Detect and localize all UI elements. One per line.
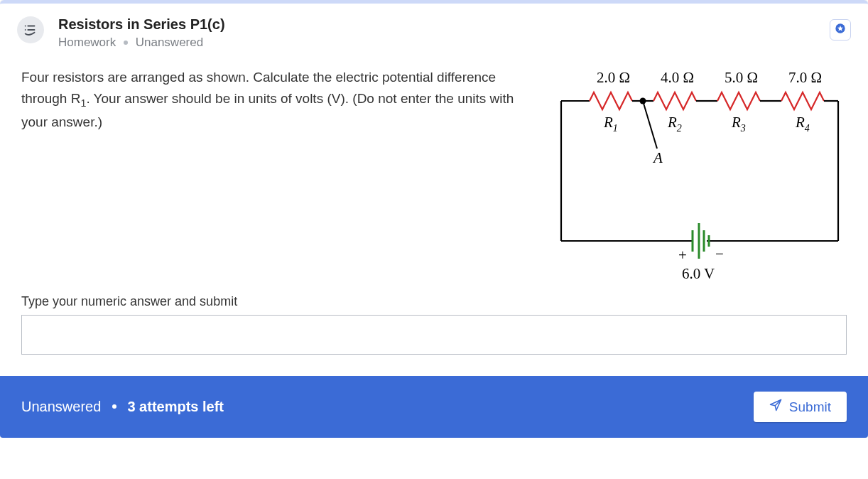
submit-button[interactable]: Submit: [754, 392, 847, 422]
footer-separator-icon: [112, 404, 116, 409]
question-card: Resistors in Series P1(c) Homework Unans…: [0, 0, 868, 438]
paper-plane-icon: [769, 399, 782, 415]
meta-category: Homework: [58, 36, 116, 49]
r3-value: 5.0 Ω: [725, 69, 758, 86]
question-body: Four resistors are arranged as shown. Ca…: [0, 55, 868, 287]
battery-minus: −: [715, 245, 724, 262]
footer-status-text: Unanswered: [21, 399, 101, 414]
title-block: Resistors in Series P1(c) Homework Unans…: [58, 16, 851, 50]
svg-point-1: [25, 29, 26, 31]
prompt-text-2: . Your answer should be in units of volt…: [21, 91, 514, 129]
footer-status: Unanswered 3 attempts left: [21, 399, 224, 415]
question-title: Resistors in Series P1(c): [58, 16, 851, 33]
answer-label: Type your numeric answer and submit: [21, 294, 847, 309]
footer-attempts: 3 attempts left: [127, 399, 224, 414]
answer-area: Type your numeric answer and submit: [0, 287, 868, 376]
star-icon: [835, 23, 846, 37]
bookmark-button[interactable]: [830, 19, 851, 41]
battery-icon: [693, 223, 709, 259]
svg-text:R2: R2: [667, 114, 682, 134]
battery-plus: +: [678, 247, 687, 264]
resistor-labels: R1 R2 R3 R4: [603, 114, 810, 134]
question-footer: Unanswered 3 attempts left Submit: [0, 376, 868, 438]
node-label: A: [652, 149, 663, 166]
svg-text:R3: R3: [731, 114, 746, 134]
node-dot: [640, 98, 646, 104]
circuit-diagram: 2.0 Ω 4.0 Ω 5.0 Ω 7.0 Ω: [547, 67, 845, 280]
r4-value: 7.0 Ω: [788, 69, 822, 86]
svg-text:R4: R4: [795, 114, 810, 134]
question-prompt: Four resistors are arranged as shown. Ca…: [21, 67, 519, 133]
meta-status: Unanswered: [136, 36, 203, 49]
answer-input[interactable]: [21, 315, 847, 355]
meta-separator-icon: [124, 41, 128, 45]
submit-label: Submit: [789, 399, 831, 415]
question-meta: Homework Unanswered: [58, 36, 851, 50]
r1-value: 2.0 Ω: [597, 69, 630, 86]
battery-voltage: 6.0 V: [682, 265, 715, 280]
svg-point-0: [25, 26, 26, 27]
question-header: Resistors in Series P1(c) Homework Unans…: [0, 4, 868, 55]
svg-text:R1: R1: [603, 114, 618, 134]
question-type-icon: [17, 16, 44, 43]
r2-value: 4.0 Ω: [661, 69, 694, 86]
